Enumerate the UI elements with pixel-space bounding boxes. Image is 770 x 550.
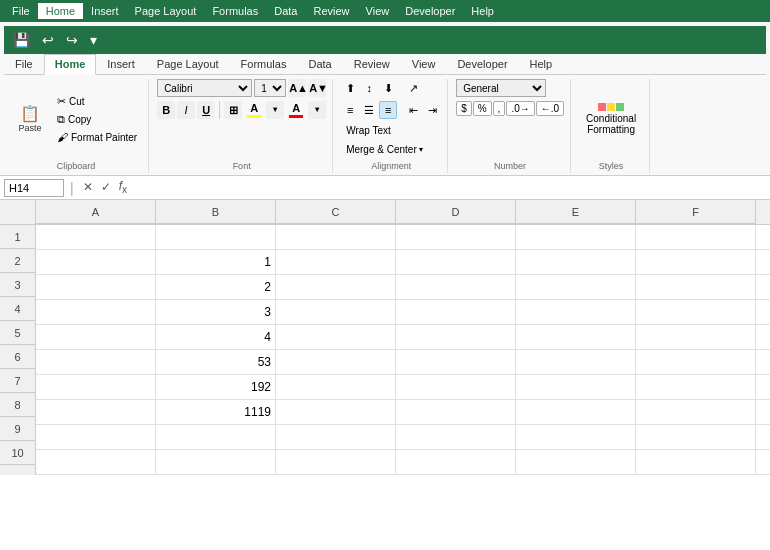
orientation-button[interactable]: ↗: [404, 79, 422, 97]
highlight-color-button[interactable]: A: [244, 102, 264, 118]
cell-b1[interactable]: [156, 225, 276, 249]
tab-help[interactable]: Help: [519, 54, 564, 74]
row-header-7[interactable]: 7: [0, 369, 35, 393]
cell-c3[interactable]: [276, 275, 396, 299]
cell-f6[interactable]: [636, 350, 756, 374]
row-header-2[interactable]: 2: [0, 249, 35, 273]
cell-c1[interactable]: [276, 225, 396, 249]
redo-button[interactable]: ↪: [61, 29, 83, 51]
cell-reference-input[interactable]: [4, 179, 64, 197]
font-family-select[interactable]: Calibri: [157, 79, 252, 97]
cell-d7[interactable]: [396, 375, 516, 399]
menu-insert[interactable]: Insert: [83, 3, 127, 19]
row-header-6[interactable]: 6: [0, 345, 35, 369]
cell-a9[interactable]: [36, 425, 156, 449]
cell-f9[interactable]: [636, 425, 756, 449]
cell-a1[interactable]: [36, 225, 156, 249]
conditional-formatting-button[interactable]: Conditional Formatting: [579, 98, 643, 140]
increase-indent-button[interactable]: ⇥: [423, 101, 441, 119]
cell-e3[interactable]: [516, 275, 636, 299]
paste-button[interactable]: 📋 Paste: [10, 101, 50, 138]
col-header-f[interactable]: F: [636, 200, 756, 224]
tab-review[interactable]: Review: [343, 54, 401, 74]
row-header-8[interactable]: 8: [0, 393, 35, 417]
cell-c4[interactable]: [276, 300, 396, 324]
menu-review[interactable]: Review: [305, 3, 357, 19]
tab-page-layout[interactable]: Page Layout: [146, 54, 230, 74]
merge-center-dropdown[interactable]: ▾: [419, 145, 423, 154]
menu-help[interactable]: Help: [463, 3, 502, 19]
cell-c9[interactable]: [276, 425, 396, 449]
tab-insert[interactable]: Insert: [96, 54, 146, 74]
col-header-b[interactable]: B: [156, 200, 276, 224]
decrease-indent-button[interactable]: ⇤: [404, 101, 422, 119]
increase-font-size-button[interactable]: A▲: [288, 79, 306, 97]
cell-c6[interactable]: [276, 350, 396, 374]
cell-a3[interactable]: [36, 275, 156, 299]
underline-button[interactable]: U: [197, 101, 215, 119]
tab-file[interactable]: File: [4, 54, 44, 74]
cell-c10[interactable]: [276, 450, 396, 474]
cell-e9[interactable]: [516, 425, 636, 449]
cell-c7[interactable]: [276, 375, 396, 399]
font-color-button[interactable]: A: [286, 102, 306, 118]
copy-button[interactable]: ⧉ Copy: [52, 111, 142, 128]
cell-e6[interactable]: [516, 350, 636, 374]
cell-e7[interactable]: [516, 375, 636, 399]
italic-button[interactable]: I: [177, 101, 195, 119]
undo-button[interactable]: ↩: [37, 29, 59, 51]
number-format-select[interactable]: General: [456, 79, 546, 97]
menu-developer[interactable]: Developer: [397, 3, 463, 19]
row-header-3[interactable]: 3: [0, 273, 35, 297]
cell-e2[interactable]: [516, 250, 636, 274]
tab-home[interactable]: Home: [44, 54, 97, 75]
cell-b8[interactable]: 1119: [156, 400, 276, 424]
border-button[interactable]: ⊞: [224, 101, 242, 119]
row-header-5[interactable]: 5: [0, 321, 35, 345]
col-header-a[interactable]: A: [36, 200, 156, 224]
align-top-button[interactable]: ⬆: [341, 79, 359, 97]
cell-d9[interactable]: [396, 425, 516, 449]
menu-formulas[interactable]: Formulas: [204, 3, 266, 19]
cell-d6[interactable]: [396, 350, 516, 374]
confirm-formula-icon[interactable]: ✓: [98, 179, 114, 195]
cell-d3[interactable]: [396, 275, 516, 299]
cell-f7[interactable]: [636, 375, 756, 399]
cell-f3[interactable]: [636, 275, 756, 299]
menu-data[interactable]: Data: [266, 3, 305, 19]
cancel-formula-icon[interactable]: ✕: [80, 179, 96, 195]
cell-e4[interactable]: [516, 300, 636, 324]
cell-a2[interactable]: [36, 250, 156, 274]
cell-b4[interactable]: 3: [156, 300, 276, 324]
menu-file[interactable]: File: [4, 3, 38, 19]
align-bottom-button[interactable]: ⬇: [379, 79, 397, 97]
cell-a10[interactable]: [36, 450, 156, 474]
row-header-10[interactable]: 10: [0, 441, 35, 465]
format-painter-button[interactable]: 🖌 Format Painter: [52, 129, 142, 145]
col-header-d[interactable]: D: [396, 200, 516, 224]
formula-input[interactable]: [134, 182, 766, 194]
cell-d8[interactable]: [396, 400, 516, 424]
cell-f2[interactable]: [636, 250, 756, 274]
col-header-e[interactable]: E: [516, 200, 636, 224]
cell-b2[interactable]: 1: [156, 250, 276, 274]
merge-center-button[interactable]: Merge & Center ▾: [341, 142, 428, 157]
menu-page-layout[interactable]: Page Layout: [127, 3, 205, 19]
decrease-decimal-button[interactable]: ←.0: [536, 101, 564, 116]
cell-e5[interactable]: [516, 325, 636, 349]
align-right-button[interactable]: ≡: [379, 101, 397, 119]
currency-button[interactable]: $: [456, 101, 472, 116]
cell-e1[interactable]: [516, 225, 636, 249]
cell-d10[interactable]: [396, 450, 516, 474]
font-size-select[interactable]: 11: [254, 79, 286, 97]
cell-c8[interactable]: [276, 400, 396, 424]
decrease-font-size-button[interactable]: A▼: [308, 79, 326, 97]
cell-a5[interactable]: [36, 325, 156, 349]
wrap-text-button[interactable]: Wrap Text: [341, 123, 396, 138]
insert-function-icon[interactable]: fx: [116, 178, 130, 196]
save-button[interactable]: 💾: [8, 29, 35, 51]
cell-d4[interactable]: [396, 300, 516, 324]
align-left-button[interactable]: ≡: [341, 101, 359, 119]
cell-a7[interactable]: [36, 375, 156, 399]
cell-d5[interactable]: [396, 325, 516, 349]
